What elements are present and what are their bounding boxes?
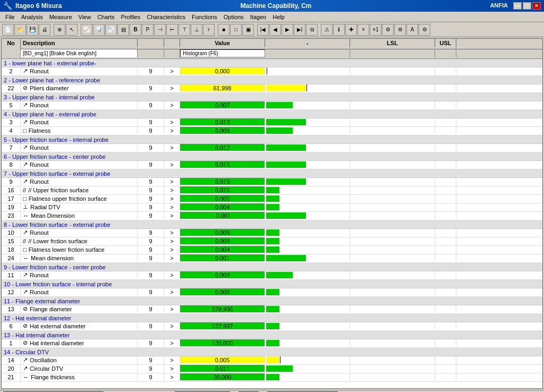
menu-item-charts[interactable]: Charts bbox=[94, 13, 117, 21]
toolbar-settings[interactable]: ⚙ bbox=[419, 24, 430, 36]
menu-item-options[interactable]: Options bbox=[220, 13, 247, 21]
cell-n: 9 bbox=[138, 161, 164, 168]
filter-histogram[interactable]: Histogram (F6) bbox=[180, 49, 265, 57]
toolbar-info[interactable]: ℹ bbox=[333, 24, 345, 36]
toolbar-d3[interactable]: ▣ bbox=[242, 24, 254, 36]
table-scroll[interactable]: 1 - lower plane hat - external probe- 2 … bbox=[2, 59, 542, 388]
toolbar-chart4[interactable]: ▤ bbox=[117, 24, 129, 36]
table-row[interactable]: 11 ↗Runout 9 > 0,008 bbox=[2, 271, 542, 280]
menu-item-file[interactable]: File bbox=[2, 13, 18, 21]
cell-no: 23 bbox=[2, 212, 21, 219]
toolbar-save[interactable]: 💾 bbox=[27, 24, 38, 36]
table-row[interactable]: 9 ↗Runout 9 > 0,019 bbox=[2, 178, 542, 186]
close-button[interactable]: ✕ bbox=[532, 2, 541, 10]
toolbar-letter[interactable]: A bbox=[406, 24, 418, 36]
toolbar-bold[interactable]: B bbox=[130, 24, 141, 36]
menu-item-measure[interactable]: Measure bbox=[46, 13, 75, 21]
menu-item-functions[interactable]: Functions bbox=[189, 13, 220, 21]
table-row[interactable]: 21 ↔Flange thickness 9 > 20,000 bbox=[2, 373, 542, 382]
table-row[interactable]: 18 □Flatness lower frction surface 9 > 0… bbox=[2, 246, 542, 254]
col-value: Value bbox=[180, 39, 265, 47]
table-row[interactable]: 10 ↗Runout 9 > 0,009 bbox=[2, 229, 542, 237]
menu-item-profiles[interactable]: Profiles bbox=[118, 13, 144, 21]
table-row[interactable]: 3 ↗Runout 9 > 0,013 bbox=[2, 118, 542, 127]
filter-dataset[interactable]: [BD_eng1] [Brake Disk english] bbox=[21, 49, 138, 57]
table-row[interactable]: 7 ↗Runout 9 > 0,012 bbox=[2, 144, 542, 152]
table-row[interactable]: 16 //// Upper friction surface 9 > 0,015 bbox=[2, 186, 542, 195]
cell-n: 9 bbox=[138, 186, 164, 193]
minimize-button[interactable]: — bbox=[513, 2, 522, 10]
title-bar: 🔧 Itageo 6 Misura Machine Capability, Cm… bbox=[0, 0, 544, 12]
table-row[interactable]: 24 ↔Mean dimension 9 > 0,001 bbox=[2, 254, 542, 263]
section-header-s8: 8 - Lower friction surface - external pr… bbox=[2, 220, 542, 229]
cell-plus bbox=[2, 261, 21, 262]
toolbar-x1[interactable]: ×1 bbox=[370, 24, 381, 36]
cell-plus bbox=[2, 244, 21, 245]
menu-item-view[interactable]: View bbox=[75, 13, 95, 21]
cell-plus bbox=[2, 193, 21, 194]
toolbar-warn[interactable]: ⚠ bbox=[321, 24, 333, 36]
table-row[interactable]: 17 □Flatness upper friction surface 9 > … bbox=[2, 195, 542, 203]
toolbar-cross[interactable]: ✚ bbox=[345, 24, 357, 36]
toolbar-d1[interactable]: ■ bbox=[218, 24, 230, 36]
table-row[interactable]: 1 ⊘Hat internal diameter 9 > 130,000 bbox=[2, 339, 542, 348]
table-row[interactable]: 5 ↗Runout 9 > 0,007 bbox=[2, 101, 542, 110]
toolbar-c5[interactable]: ⊦ bbox=[203, 24, 215, 36]
filter-c6 bbox=[350, 49, 435, 57]
cell-desc: ↔Mean dimension bbox=[21, 254, 138, 261]
cell-n: 9 bbox=[138, 288, 164, 295]
toolbar-new[interactable]: 📄 bbox=[2, 24, 14, 36]
toolbar-d2[interactable]: □ bbox=[230, 24, 242, 36]
toolbar-chart1[interactable]: 📈 bbox=[81, 24, 92, 36]
table-row[interactable]: 23 ↔Mean Dimension 9 > -0,001 bbox=[2, 212, 542, 220]
toolbar-c1[interactable]: ⊣ bbox=[154, 24, 166, 36]
toolbar-c4[interactable]: ⊥ bbox=[191, 24, 202, 36]
cell-n: 9 bbox=[138, 229, 164, 236]
table-row[interactable]: 8 ↗Runout 9 > 0,015 bbox=[2, 161, 542, 169]
toolbar-nav-next[interactable]: ▶| bbox=[294, 24, 305, 36]
table-row[interactable]: 4 □Flatness 9 > 0,009 bbox=[2, 127, 542, 135]
cell-desc: ↗Oscillation bbox=[21, 356, 138, 363]
cell-value: 0,008 bbox=[180, 237, 265, 244]
table-row[interactable]: 6 ⊘Hat external diameter 9 > 137,997 bbox=[2, 322, 542, 331]
toolbar-gear2[interactable]: ⚙ bbox=[394, 24, 406, 36]
toolbar-c2[interactable]: ⊢ bbox=[166, 24, 178, 36]
toolbar-stats[interactable]: ⚙ bbox=[382, 24, 394, 36]
toolbar-pointer[interactable]: ↖ bbox=[66, 24, 78, 36]
cell-no: 17 bbox=[2, 195, 21, 202]
table-row[interactable]: 22 ⊘Pliers diameter 9 > 61,998 bbox=[2, 84, 542, 93]
toolbar-chart3[interactable]: 📉 bbox=[105, 24, 117, 36]
section-header-s2: 2 - Lower plane hat - reference probe bbox=[2, 76, 542, 84]
menu-item-analysis[interactable]: Analysis bbox=[18, 13, 46, 21]
menu-item-characteristics[interactable]: Characteristics bbox=[143, 13, 189, 21]
col-usl: USL bbox=[435, 39, 456, 47]
toolbar-open[interactable]: 📂 bbox=[14, 24, 26, 36]
table-row[interactable]: 2 ↗Runout 9 > 0,000 bbox=[2, 67, 542, 76]
toolbar-nav-stop[interactable]: ▶ bbox=[282, 24, 293, 36]
toolbar-param[interactable]: P bbox=[142, 24, 154, 36]
menu-item-itageo[interactable]: Itageo bbox=[247, 13, 270, 21]
table-row[interactable]: 15 //// Lower frction surface 9 > 0,008 bbox=[2, 237, 542, 246]
table-row[interactable]: 13 ⊘Flange diameter 9 > 229,996 bbox=[2, 305, 542, 314]
toolbar-nav-prev[interactable]: ◀ bbox=[269, 24, 281, 36]
cell-bar-usl bbox=[435, 101, 456, 108]
toolbar-copy[interactable]: ⧉ bbox=[306, 24, 318, 36]
maximize-button[interactable]: □ bbox=[523, 2, 531, 10]
cell-op: > bbox=[164, 322, 180, 329]
toolbar-nav-start[interactable]: |◀ bbox=[257, 24, 269, 36]
cell-bar-lsl2 bbox=[350, 229, 435, 236]
toolbar-minus[interactable]: × bbox=[358, 24, 369, 36]
table-row[interactable]: 19 ⊥Radial DTV 9 > 0,004 bbox=[2, 203, 542, 212]
cell-bar-usl bbox=[435, 373, 456, 380]
menu-item-help[interactable]: Help bbox=[269, 13, 288, 21]
cell-bar-lsl2 bbox=[350, 237, 435, 244]
table-row[interactable]: 20 ↗Circular DTV 9 > 0,011 bbox=[2, 365, 542, 373]
table-row[interactable]: 12 ↗Runout 9 > 0,006 bbox=[2, 288, 542, 297]
toolbar-print[interactable]: 🖨 bbox=[39, 24, 50, 36]
toolbar-c3[interactable]: ⊤ bbox=[178, 24, 190, 36]
cell-bar-lsl bbox=[265, 118, 350, 125]
table-row[interactable]: 14 ↗Oscillation 9 > 0,005 bbox=[2, 356, 542, 365]
toolbar-crosshair[interactable]: ⊕ bbox=[54, 24, 65, 36]
cell-bar-lsl2 bbox=[350, 101, 435, 108]
toolbar-chart2[interactable]: 📊 bbox=[93, 24, 105, 36]
